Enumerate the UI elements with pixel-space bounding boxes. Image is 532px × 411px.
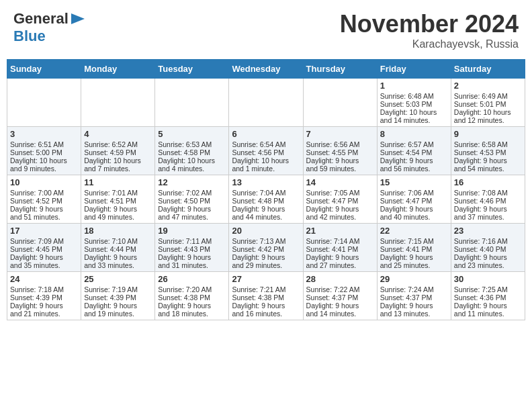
day-info: Daylight: 9 hours (454, 156, 522, 165)
calendar-cell: 19Sunrise: 7:11 AMSunset: 4:43 PMDayligh… (155, 224, 229, 272)
day-number: 2 (454, 81, 522, 91)
day-info: Sunset: 5:01 PM (454, 100, 522, 108)
day-info: and 29 minutes. (232, 261, 300, 269)
day-info: Sunrise: 7:19 AM (84, 285, 152, 293)
day-info: and 40 minutes. (380, 213, 448, 221)
calendar-cell: 30Sunrise: 7:25 AMSunset: 4:36 PMDayligh… (451, 272, 525, 320)
day-info: Sunset: 4:41 PM (380, 245, 448, 253)
day-info: Sunrise: 7:09 AM (10, 237, 78, 245)
calendar-table: SundayMondayTuesdayWednesdayThursdayFrid… (7, 59, 525, 320)
calendar-cell (7, 79, 81, 127)
day-info: Daylight: 9 hours (10, 253, 78, 261)
day-header-wednesday: Wednesday (229, 60, 303, 79)
logo-general: General (13, 10, 69, 28)
day-info: and 4 minutes. (158, 165, 226, 173)
day-info: Daylight: 10 hours (10, 156, 78, 165)
day-info: Sunrise: 7:04 AM (232, 189, 300, 197)
calendar-cell: 14Sunrise: 7:05 AMSunset: 4:47 PMDayligh… (303, 175, 377, 224)
day-info: Sunset: 4:47 PM (306, 197, 374, 205)
day-number: 1 (380, 81, 448, 91)
calendar-cell: 26Sunrise: 7:20 AMSunset: 4:38 PMDayligh… (155, 272, 229, 320)
day-number: 15 (380, 177, 448, 187)
day-info: Sunset: 4:54 PM (380, 148, 448, 156)
day-number: 5 (158, 129, 226, 139)
calendar-cell: 25Sunrise: 7:19 AMSunset: 4:39 PMDayligh… (81, 272, 155, 320)
calendar-cell: 27Sunrise: 7:21 AMSunset: 4:38 PMDayligh… (229, 272, 303, 320)
day-header-friday: Friday (377, 60, 451, 79)
day-info: and 27 minutes. (306, 261, 374, 269)
day-info: Sunrise: 7:22 AM (306, 285, 374, 293)
day-number: 13 (232, 177, 300, 187)
day-number: 16 (454, 177, 522, 187)
day-header-monday: Monday (81, 60, 155, 79)
calendar-cell: 29Sunrise: 7:24 AMSunset: 4:37 PMDayligh… (377, 272, 451, 320)
day-info: Daylight: 9 hours (306, 156, 374, 165)
day-info: Daylight: 9 hours (158, 302, 226, 310)
day-info: Sunrise: 6:52 AM (84, 140, 152, 148)
calendar-cell: 10Sunrise: 7:00 AMSunset: 4:52 PMDayligh… (7, 175, 81, 224)
day-number: 25 (84, 274, 152, 284)
day-number: 18 (84, 226, 152, 236)
calendar-cell: 12Sunrise: 7:02 AMSunset: 4:50 PMDayligh… (155, 175, 229, 224)
day-info: Daylight: 10 hours (454, 108, 522, 116)
calendar-cell (303, 79, 377, 127)
calendar-cell (229, 79, 303, 127)
day-info: and 51 minutes. (10, 213, 78, 221)
day-info: and 14 minutes. (380, 116, 448, 124)
day-info: Daylight: 9 hours (380, 302, 448, 310)
day-info: Sunrise: 7:06 AM (380, 189, 448, 197)
day-info: Daylight: 10 hours (84, 156, 152, 165)
day-info: Sunrise: 7:25 AM (454, 285, 522, 293)
day-info: Daylight: 10 hours (232, 156, 300, 165)
day-info: Sunrise: 6:49 AM (454, 92, 522, 100)
day-info: and 9 minutes. (10, 165, 78, 173)
day-info: Daylight: 9 hours (380, 253, 448, 261)
day-number: 3 (10, 129, 78, 139)
day-info: Sunrise: 6:54 AM (232, 140, 300, 148)
day-number: 11 (84, 177, 152, 187)
calendar-cell: 17Sunrise: 7:09 AMSunset: 4:45 PMDayligh… (7, 224, 81, 272)
day-info: and 1 minute. (232, 165, 300, 173)
day-info: Sunset: 4:41 PM (306, 245, 374, 253)
day-info: and 25 minutes. (380, 261, 448, 269)
day-info: Sunset: 4:58 PM (158, 148, 226, 156)
day-info: Sunrise: 7:05 AM (306, 189, 374, 197)
day-info: Sunrise: 6:57 AM (380, 140, 448, 148)
calendar-cell: 24Sunrise: 7:18 AMSunset: 4:39 PMDayligh… (7, 272, 81, 320)
day-info: Daylight: 9 hours (454, 302, 522, 310)
day-info: and 49 minutes. (84, 213, 152, 221)
day-info: Sunset: 4:38 PM (232, 293, 300, 302)
day-number: 8 (380, 129, 448, 139)
day-info: and 59 minutes. (306, 165, 374, 173)
day-info: Sunrise: 6:56 AM (306, 140, 374, 148)
day-info: and 23 minutes. (454, 261, 522, 269)
day-info: Daylight: 9 hours (84, 302, 152, 310)
day-info: Sunrise: 7:21 AM (232, 285, 300, 293)
calendar-cell: 21Sunrise: 7:14 AMSunset: 4:41 PMDayligh… (303, 224, 377, 272)
page-header: General Blue November 2024 Karachayevsk,… (7, 7, 525, 54)
month-title: November 2024 (340, 10, 519, 38)
day-number: 12 (158, 177, 226, 187)
day-info: and 13 minutes. (380, 310, 448, 318)
day-info: Sunset: 4:40 PM (454, 245, 522, 253)
calendar-cell: 23Sunrise: 7:16 AMSunset: 4:40 PMDayligh… (451, 224, 525, 272)
day-info: Sunset: 5:03 PM (380, 100, 448, 108)
day-info: Sunset: 4:48 PM (232, 197, 300, 205)
calendar-cell: 22Sunrise: 7:15 AMSunset: 4:41 PMDayligh… (377, 224, 451, 272)
calendar-cell: 1Sunrise: 6:48 AMSunset: 5:03 PMDaylight… (377, 79, 451, 127)
day-info: Sunrise: 7:02 AM (158, 189, 226, 197)
day-info: Daylight: 9 hours (158, 205, 226, 213)
day-info: Sunset: 4:52 PM (10, 197, 78, 205)
logo: General Blue (13, 10, 86, 45)
day-info: Sunrise: 7:20 AM (158, 285, 226, 293)
day-info: Sunrise: 7:14 AM (306, 237, 374, 245)
day-info: Sunset: 4:45 PM (10, 245, 78, 253)
day-info: Sunset: 4:44 PM (84, 245, 152, 253)
day-info: Sunset: 4:36 PM (454, 293, 522, 302)
day-info: Sunset: 4:59 PM (84, 148, 152, 156)
day-info: Sunset: 4:37 PM (380, 293, 448, 302)
day-info: Daylight: 9 hours (306, 205, 374, 213)
day-info: Sunset: 4:55 PM (306, 148, 374, 156)
day-info: Sunrise: 7:11 AM (158, 237, 226, 245)
calendar-cell: 3Sunrise: 6:51 AMSunset: 5:00 PMDaylight… (7, 127, 81, 175)
